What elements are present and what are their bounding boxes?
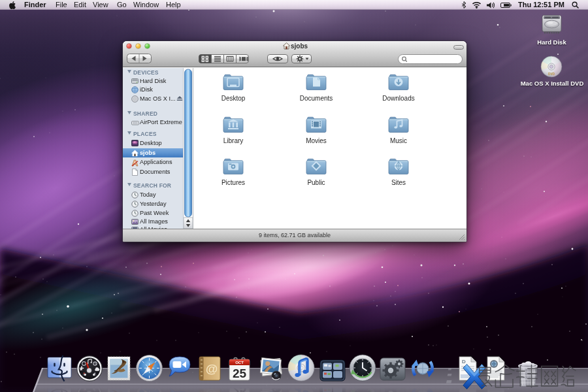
svg-text:@: @ — [206, 362, 218, 376]
svg-text:25: 25 — [233, 367, 247, 380]
svg-text:OCT: OCT — [235, 361, 244, 365]
svg-text:DVD: DVD — [548, 73, 555, 76]
